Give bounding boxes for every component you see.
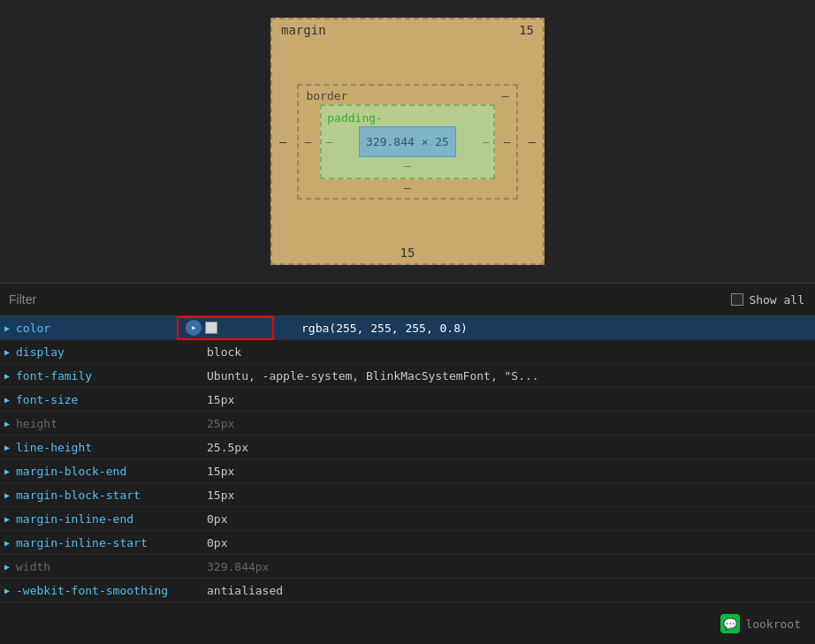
show-all-checkbox[interactable] bbox=[731, 293, 743, 306]
goto-definition-icon[interactable]: ➤ bbox=[186, 320, 202, 336]
property-value: Ubuntu, -apple-system, BlinkMacSystemFon… bbox=[200, 369, 539, 383]
property-name: height bbox=[14, 417, 200, 430]
property-value: 329.844px bbox=[200, 560, 269, 573]
filter-bar: Show all bbox=[0, 283, 815, 316]
box-model-diagram: margin 15 – border – – padding- bbox=[0, 0, 815, 283]
prop-row-width[interactable]: ▶width329.844px bbox=[0, 555, 815, 579]
content-dimensions: 329.844 × 25 bbox=[366, 135, 449, 148]
expand-triangle: ▶ bbox=[0, 514, 14, 524]
property-name: -webkit-font-smoothing bbox=[14, 584, 200, 597]
expand-triangle: ▶ bbox=[0, 490, 14, 500]
margin-left: – bbox=[272, 134, 293, 148]
expand-triangle: ▶ bbox=[0, 419, 14, 428]
property-name: margin-inline-start bbox=[14, 536, 200, 549]
property-value: antialiased bbox=[200, 584, 283, 597]
property-value: 0px bbox=[200, 536, 227, 549]
property-value: 15px bbox=[200, 393, 234, 406]
prop-row-font-size[interactable]: ▶font-size15px bbox=[0, 388, 815, 412]
property-value: rgba(255, 255, 255, 0.8) bbox=[200, 322, 468, 335]
property-name: width bbox=[14, 560, 200, 573]
show-all-label: Show all bbox=[749, 293, 804, 307]
prop-row-display[interactable]: ▶displayblock bbox=[0, 340, 815, 364]
property-value: block bbox=[200, 345, 241, 359]
expand-triangle: ▶ bbox=[0, 586, 14, 595]
margin-value-top: 15 bbox=[519, 23, 534, 37]
expand-triangle: ▶ bbox=[0, 562, 14, 572]
property-value: 15px bbox=[200, 465, 234, 478]
margin-bottom: 15 bbox=[272, 242, 543, 263]
prop-row--webkit-font-smoothing[interactable]: ▶-webkit-font-smoothingantialiased bbox=[0, 579, 815, 602]
wechat-icon: 💬 bbox=[720, 614, 740, 633]
property-name: margin-inline-end bbox=[14, 512, 200, 526]
properties-list: ▶color➤rgba(255, 255, 255, 0.8)▶displayb… bbox=[0, 316, 815, 644]
padding-box: padding- – 329.844 × 25 – – bbox=[320, 104, 494, 179]
color-swatch[interactable] bbox=[205, 322, 217, 334]
property-name: margin-block-end bbox=[14, 465, 200, 478]
prop-row-margin-block-start[interactable]: ▶margin-block-start15px bbox=[0, 483, 815, 507]
expand-triangle: ▶ bbox=[0, 466, 14, 476]
properties-container: ▶color➤rgba(255, 255, 255, 0.8)▶displayb… bbox=[0, 316, 815, 644]
border-right: – bbox=[499, 135, 516, 148]
expand-triangle: ▶ bbox=[0, 395, 14, 405]
property-name: display bbox=[14, 345, 200, 359]
content-box: 329.844 × 25 bbox=[359, 126, 456, 157]
border-bottom: – bbox=[299, 179, 515, 196]
border-label: border bbox=[306, 89, 347, 102]
margin-label: margin bbox=[281, 23, 326, 37]
property-name: font-family bbox=[14, 369, 200, 383]
border-box: border – – padding- – 329. bbox=[297, 84, 517, 200]
show-all-container: Show all bbox=[720, 293, 815, 307]
watermark: 💬 lookroot bbox=[720, 614, 801, 633]
padding-right: – bbox=[479, 135, 493, 148]
prop-row-margin-inline-end[interactable]: ▶margin-inline-end0px bbox=[0, 507, 815, 531]
prop-row-font-family[interactable]: ▶font-familyUbuntu, -apple-system, Blink… bbox=[0, 364, 815, 388]
expand-triangle: ▶ bbox=[0, 443, 14, 452]
property-name: line-height bbox=[14, 441, 200, 454]
property-name: color bbox=[14, 322, 200, 335]
padding-label: padding- bbox=[327, 111, 383, 125]
filter-input[interactable] bbox=[0, 284, 720, 315]
prop-row-color[interactable]: ▶color➤rgba(255, 255, 255, 0.8) bbox=[0, 316, 815, 340]
property-name: margin-block-start bbox=[14, 489, 200, 502]
border-value-top: – bbox=[502, 89, 509, 102]
margin-box: margin 15 – border – – padding- bbox=[270, 18, 545, 265]
property-name: font-size bbox=[14, 393, 200, 406]
property-value: 0px bbox=[200, 512, 227, 526]
expand-triangle: ▶ bbox=[0, 538, 14, 548]
border-left: – bbox=[299, 135, 316, 148]
expand-triangle: ▶ bbox=[0, 347, 14, 357]
watermark-text: lookroot bbox=[745, 617, 801, 631]
expand-triangle: ▶ bbox=[0, 323, 14, 333]
expand-triangle: ▶ bbox=[0, 371, 14, 381]
padding-left: – bbox=[322, 135, 336, 148]
prop-row-line-height[interactable]: ▶line-height25.5px bbox=[0, 436, 815, 459]
property-value: 25px bbox=[200, 417, 234, 430]
property-value: 25.5px bbox=[200, 441, 248, 454]
prop-row-margin-block-end[interactable]: ▶margin-block-end15px bbox=[0, 459, 815, 483]
margin-right: – bbox=[522, 134, 543, 148]
padding-bottom: – bbox=[399, 157, 416, 174]
prop-row-height[interactable]: ▶height25px bbox=[0, 412, 815, 436]
property-value: 15px bbox=[200, 489, 234, 502]
prop-row-margin-inline-start[interactable]: ▶margin-inline-start0px bbox=[0, 531, 815, 555]
